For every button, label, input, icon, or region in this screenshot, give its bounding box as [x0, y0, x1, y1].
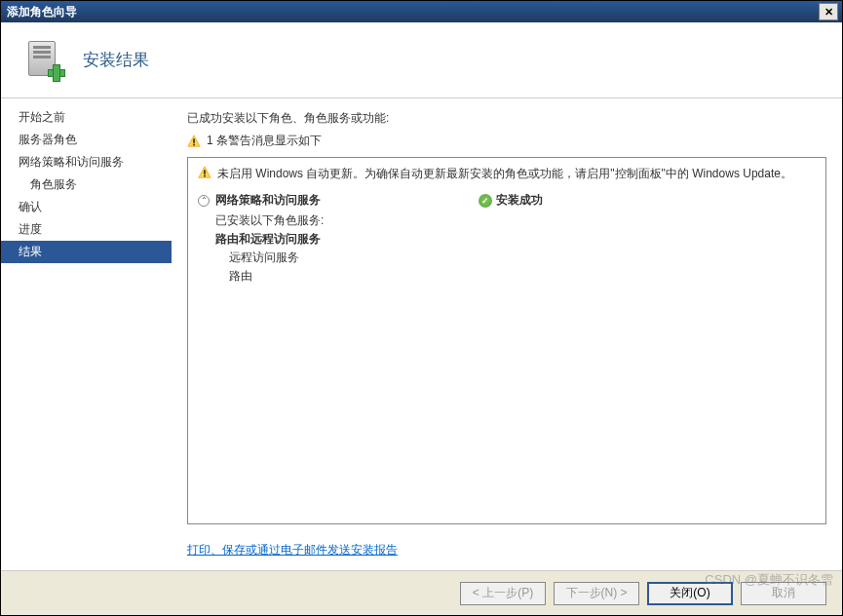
close-button[interactable]: 关闭(O) [647, 582, 733, 605]
sidebar-item-role-services[interactable]: 角色服务 [1, 173, 172, 196]
wizard-footer: < 上一步(P) 下一步(N) > 关闭(O) 取消 [1, 570, 842, 615]
sidebar-item-confirm[interactable]: 确认 [1, 196, 172, 218]
window-title: 添加角色向导 [5, 4, 819, 20]
wizard-sidebar: 开始之前 服务器角色 网络策略和访问服务 角色服务 确认 进度 结果 [1, 98, 172, 570]
svg-rect-4 [204, 170, 206, 173]
titlebar: 添加角色向导 ✕ [1, 1, 842, 22]
status-text: 安装成功 [496, 192, 543, 209]
svg-rect-1 [193, 138, 195, 142]
page-title: 安装结果 [83, 49, 149, 71]
section-row: ⌃ 网络策略和访问服务 ✓ 安装成功 [198, 192, 816, 209]
warning-icon [198, 166, 211, 179]
sidebar-item-network-policy[interactable]: 网络策略和访问服务 [1, 151, 172, 173]
prev-button: < 上一步(P) [460, 582, 546, 605]
list-item: 路由和远程访问服务 [215, 231, 816, 248]
list-item: 远程访问服务 [229, 250, 816, 266]
sidebar-item-server-roles[interactable]: 服务器角色 [1, 129, 172, 151]
content-area: 已成功安装以下角色、角色服务或功能: 1 条警告消息显示如下 未启用 Windo… [172, 98, 842, 570]
svg-rect-5 [204, 175, 206, 177]
server-add-icon [24, 41, 63, 80]
report-link-row: 打印、保存或通过电子邮件发送安装报告 [187, 542, 826, 558]
success-icon: ✓ [479, 194, 492, 208]
collapse-icon[interactable]: ⌃ [198, 195, 210, 207]
warning-icon [187, 135, 201, 148]
report-link[interactable]: 打印、保存或通过电子邮件发送安装报告 [187, 543, 398, 557]
installed-label: 已安装以下角色服务: [215, 212, 816, 229]
svg-rect-2 [193, 143, 195, 145]
panel-warning-row: 未启用 Windows 自动更新。为确保自动更新最新安装的角色或功能，请启用"控… [198, 166, 816, 182]
wizard-header: 安装结果 [1, 22, 842, 98]
sidebar-item-progress[interactable]: 进度 [1, 218, 172, 241]
success-message: 已成功安装以下角色、角色服务或功能: [187, 110, 826, 127]
next-button: 下一步(N) > [554, 582, 639, 605]
sidebar-item-begin[interactable]: 开始之前 [1, 106, 172, 129]
status-badge: ✓ 安装成功 [479, 192, 543, 209]
list-item: 路由 [229, 268, 816, 285]
sidebar-item-results[interactable]: 结果 [1, 241, 172, 263]
close-icon[interactable]: ✕ [819, 3, 838, 20]
cancel-button: 取消 [741, 582, 826, 605]
panel-warning-text: 未启用 Windows 自动更新。为确保自动更新最新安装的角色或功能，请启用"控… [217, 166, 792, 182]
wizard-body: 开始之前 服务器角色 网络策略和访问服务 角色服务 确认 进度 结果 已成功安装… [1, 98, 842, 570]
warning-summary-row: 1 条警告消息显示如下 [187, 133, 826, 149]
section-title: 网络策略和访问服务 [215, 192, 479, 209]
results-panel: 未启用 Windows 自动更新。为确保自动更新最新安装的角色或功能，请启用"控… [187, 157, 826, 524]
warning-summary-text: 1 条警告消息显示如下 [207, 133, 322, 149]
